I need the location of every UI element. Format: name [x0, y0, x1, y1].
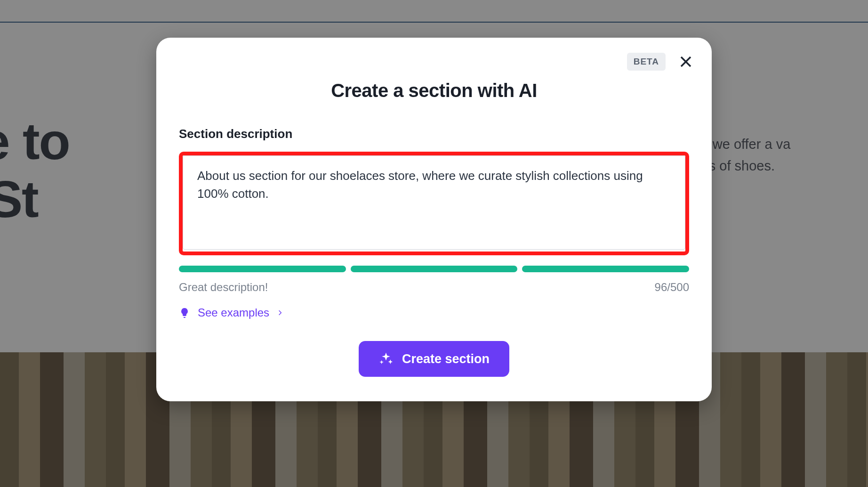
sparkle-icon: [378, 351, 394, 366]
description-feedback-row: Great description! 96/500: [179, 281, 689, 294]
create-section-button[interactable]: Create section: [359, 341, 509, 377]
section-description-label: Section description: [179, 127, 689, 141]
description-feedback-text: Great description!: [179, 281, 268, 294]
chevron-right-icon: [277, 309, 283, 316]
description-char-count: 96/500: [655, 281, 689, 294]
modal-title: Create a section with AI: [179, 80, 689, 101]
description-strength-meter: [179, 266, 689, 272]
see-examples-label: See examples: [198, 306, 269, 319]
see-examples-link[interactable]: See examples: [179, 306, 283, 319]
modal-header-actions: BETA: [627, 53, 695, 71]
section-description-input[interactable]: [183, 155, 685, 250]
strength-segment: [522, 266, 689, 272]
lightbulb-icon: [179, 307, 190, 318]
section-description-highlight: [179, 152, 689, 255]
create-section-label: Create section: [402, 352, 490, 366]
close-button[interactable]: [677, 53, 695, 71]
create-section-modal: BETA Create a section with AI Section de…: [156, 38, 712, 401]
close-icon: [679, 55, 693, 69]
strength-segment: [179, 266, 346, 272]
strength-segment: [351, 266, 518, 272]
beta-badge: BETA: [627, 53, 666, 71]
